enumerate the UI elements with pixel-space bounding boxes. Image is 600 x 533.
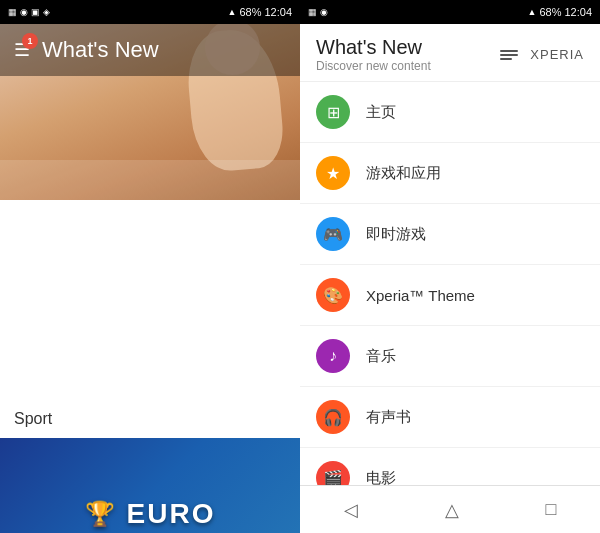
menu-icon-games: ★ — [316, 156, 350, 190]
menu-icon-instant: 🎮 — [316, 217, 350, 251]
right-status-right: ▲ 68% 12:04 — [528, 6, 592, 18]
menu-label-music: 音乐 — [366, 347, 584, 366]
section-label: Sport — [0, 400, 300, 438]
menu-item-games[interactable]: ★游戏和应用 — [300, 143, 600, 204]
notification-badge: 1 — [22, 33, 38, 49]
right-header: What's New Discover new content XPERIA — [300, 24, 600, 82]
sport-card[interactable]: 🏆 EURO 2016 ★ ★ ★ ★ UEFA EURO 2016 Colle… — [0, 438, 300, 533]
right-title: What's New — [316, 36, 431, 59]
right-home-button[interactable]: △ — [445, 499, 459, 521]
app-header: ☰ 1 What's New — [0, 24, 300, 76]
notification-icon: ▦ — [8, 7, 17, 17]
menu-item-instant[interactable]: 🎮即时游戏 — [300, 204, 600, 265]
right-panel: ▦ ◉ ▲ 68% 12:04 What's New Discover new … — [300, 0, 600, 533]
menu-label-home: 主页 — [366, 103, 584, 122]
menu-label-instant: 即时游戏 — [366, 225, 584, 244]
app-icon-1: ◉ — [20, 7, 28, 17]
menu-item-home[interactable]: ⊞主页 — [300, 82, 600, 143]
right-subtitle: Discover new content — [316, 59, 431, 73]
left-panel: ▦ ◉ ▣ ◈ ▲ 68% 12:04 ☰ 1 What's New — [0, 0, 300, 533]
right-recent-button[interactable]: □ — [546, 499, 557, 520]
menu-label-audio: 有声书 — [366, 408, 584, 427]
menu-icon-home: ⊞ — [316, 95, 350, 129]
menu-item-movies[interactable]: 🎬电影 — [300, 448, 600, 485]
menu-button[interactable]: ☰ 1 — [14, 39, 30, 61]
app-icon-3: ◈ — [43, 7, 50, 17]
right-time: 12:04 — [564, 6, 592, 18]
bar-line-1 — [500, 50, 518, 52]
menu-icon-movies: 🎬 — [316, 461, 350, 485]
left-time: 12:04 — [264, 6, 292, 18]
bar-chart-icon[interactable] — [500, 50, 518, 60]
right-back-button[interactable]: ◁ — [344, 499, 358, 521]
menu-icon-music: ♪ — [316, 339, 350, 373]
app-icon-2: ▣ — [31, 7, 40, 17]
left-status-bar: ▦ ◉ ▣ ◈ ▲ 68% 12:04 — [0, 0, 300, 24]
right-nav-bar: ◁ △ □ — [300, 485, 600, 533]
sport-card-content: 🏆 EURO 2016 ★ ★ ★ ★ — [0, 438, 300, 533]
right-header-icons: XPERIA — [500, 47, 584, 62]
euro-year: 2016 — [106, 530, 194, 534]
euro-label: 🏆 EURO — [85, 498, 216, 530]
bar-line-2 — [500, 54, 518, 56]
menu-label-movies: 电影 — [366, 469, 584, 486]
right-status-bar: ▦ ◉ ▲ 68% 12:04 — [300, 0, 600, 24]
left-status-icons: ▦ ◉ ▣ ◈ — [8, 7, 50, 17]
right-wifi-icon: ▲ — [528, 7, 537, 17]
xperia-label: XPERIA — [530, 47, 584, 62]
menu-item-audio[interactable]: 🎧有声书 — [300, 387, 600, 448]
left-status-right: ▲ 68% 12:04 — [228, 6, 292, 18]
menu-list: ⊞主页★游戏和应用🎮即时游戏🎨Xperia™ Theme♪音乐🎧有声书🎬电影⟳更… — [300, 82, 600, 485]
menu-label-games: 游戏和应用 — [366, 164, 584, 183]
right-status-icons: ▦ ◉ — [308, 7, 328, 17]
menu-icon-audio: 🎧 — [316, 400, 350, 434]
left-battery: 68% — [239, 6, 261, 18]
menu-item-music[interactable]: ♪音乐 — [300, 326, 600, 387]
right-notif-icon: ▦ — [308, 7, 317, 17]
app-title-left: What's New — [42, 37, 159, 63]
wifi-icon: ▲ — [228, 7, 237, 17]
right-header-text: What's New Discover new content — [316, 36, 431, 73]
menu-icon-theme: 🎨 — [316, 278, 350, 312]
bar-line-3 — [500, 58, 512, 60]
menu-item-theme[interactable]: 🎨Xperia™ Theme — [300, 265, 600, 326]
menu-label-theme: Xperia™ Theme — [366, 287, 584, 304]
right-battery: 68% — [539, 6, 561, 18]
right-app-icon: ◉ — [320, 7, 328, 17]
trophy-icon: 🏆 — [85, 500, 117, 528]
